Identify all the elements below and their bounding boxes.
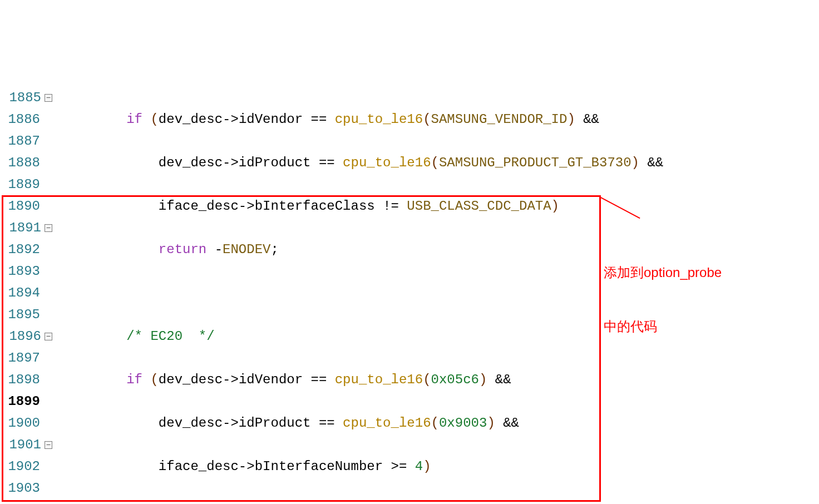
line-number: 1886 xyxy=(0,108,52,130)
line-number: 1900 xyxy=(0,412,52,434)
line-number: 1899 xyxy=(0,391,52,412)
code-editor[interactable]: 1885−188618871888188918901891−1892189318… xyxy=(0,87,819,504)
comment: /* EC20 */ xyxy=(126,329,214,344)
line-number: 1890 xyxy=(0,195,52,217)
fold-toggle-icon[interactable]: − xyxy=(45,333,52,340)
fold-toggle-icon[interactable]: − xyxy=(45,224,52,232)
line-number: 1892 xyxy=(0,239,52,260)
code-line: if (dev_desc->idVendor == cpu_to_le16(0x… xyxy=(62,369,819,391)
annotation-text: 添加到option_probe 中的代码 xyxy=(604,228,722,372)
code-line: dev_desc->idProduct == cpu_to_le16(SAMSU… xyxy=(62,152,819,174)
keyword-return: return xyxy=(159,242,206,257)
code-line: iface_desc->bInterfaceNumber >= 4) xyxy=(62,456,819,477)
code-line: iface_desc->bInterfaceClass != USB_CLASS… xyxy=(62,195,819,217)
line-number: 1896− xyxy=(0,325,52,347)
code-line: if (dev_desc->idVendor == cpu_to_le16(SA… xyxy=(62,108,819,130)
line-number: 1895 xyxy=(0,304,52,325)
line-number: 1888 xyxy=(0,152,52,174)
line-number: 1891− xyxy=(0,217,52,239)
annotation-line1: 添加到option_probe xyxy=(604,264,722,281)
line-number: 1904 xyxy=(0,499,52,504)
code-line: return -ENODEV; xyxy=(62,499,819,504)
line-number: 1889 xyxy=(0,174,52,195)
code-line: dev_desc->idProduct == cpu_to_le16(0x900… xyxy=(62,412,819,434)
line-number: 1901− xyxy=(0,434,52,456)
line-number: 1893 xyxy=(0,260,52,282)
fold-toggle-icon[interactable]: − xyxy=(45,441,52,449)
annotation-line2: 中的代码 xyxy=(604,318,722,335)
line-number: 1894 xyxy=(0,282,52,304)
line-number: 1887 xyxy=(0,130,52,152)
line-number: 1898 xyxy=(0,369,52,391)
line-number: 1902 xyxy=(0,456,52,477)
line-number: 1903 xyxy=(0,477,52,499)
line-number-gutter[interactable]: 1885−188618871888188918901891−1892189318… xyxy=(0,87,56,504)
keyword-if: if xyxy=(126,112,142,127)
line-number: 1897 xyxy=(0,347,52,369)
fold-toggle-icon[interactable]: − xyxy=(45,94,52,102)
line-number: 1885− xyxy=(0,87,52,108)
